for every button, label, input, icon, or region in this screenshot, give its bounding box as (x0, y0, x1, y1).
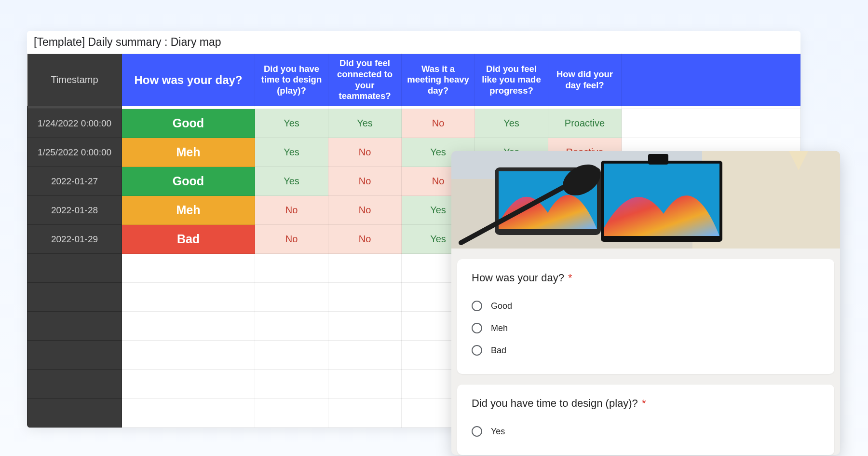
header-meeting: Was it a meeting heavy day? (402, 54, 475, 106)
radio-label: Yes (491, 427, 505, 437)
cell-day-mood[interactable]: Good (122, 109, 255, 138)
header-blank (622, 54, 800, 106)
cell-blank[interactable] (328, 399, 402, 428)
radio-option-bad[interactable]: Bad (472, 339, 820, 361)
cell-blank[interactable] (328, 341, 402, 370)
cell-blank[interactable] (27, 254, 122, 283)
required-asterisk: * (568, 272, 572, 284)
cell-blank[interactable] (328, 312, 402, 341)
cell-design[interactable]: No (255, 196, 328, 225)
cell-blank[interactable] (328, 254, 402, 283)
cell-blank[interactable] (255, 283, 328, 312)
cell-blank[interactable] (328, 370, 402, 399)
question-card-design: Did you have time to design (play)? * Ye… (457, 385, 834, 455)
cell-day-mood[interactable]: Meh (122, 196, 255, 225)
cell-progress[interactable]: Yes (475, 109, 548, 138)
radio-option-good[interactable]: Good (472, 295, 820, 317)
cell-blank[interactable] (27, 399, 122, 428)
question-card-day: How was your day? * Good Meh Bad (457, 259, 834, 374)
cell-timestamp[interactable]: 2022-01-29 (27, 225, 122, 254)
cell-connected[interactable]: No (328, 138, 402, 167)
svg-rect-8 (648, 154, 668, 165)
question-title-text: How was your day? (472, 272, 564, 284)
cell-day-mood[interactable]: Bad (122, 225, 255, 254)
cell-blank[interactable] (122, 399, 255, 428)
cell-blank[interactable] (122, 254, 255, 283)
radio-icon (472, 426, 482, 437)
sheet-title: [Template] Daily summary : Diary map (27, 31, 800, 54)
cell-connected[interactable]: No (328, 225, 402, 254)
question-title-text: Did you have time to design (play)? (472, 397, 638, 409)
cell-timestamp[interactable]: 2022-01-27 (27, 167, 122, 196)
header-design: Did you have time to design (play)? (255, 54, 328, 106)
cell-day-mood[interactable]: Meh (122, 138, 255, 167)
cell-design[interactable]: Yes (255, 138, 328, 167)
radio-option-meh[interactable]: Meh (472, 317, 820, 339)
cell-blank[interactable] (27, 312, 122, 341)
cell-design[interactable]: Yes (255, 109, 328, 138)
cell-blank[interactable] (255, 341, 328, 370)
header-feel: How did your day feel? (548, 54, 622, 106)
radio-icon (472, 301, 482, 311)
cell-blank[interactable] (122, 370, 255, 399)
radio-icon (472, 323, 482, 333)
cell-design[interactable]: No (255, 225, 328, 254)
cell-timestamp[interactable]: 1/25/2022 0:00:00 (27, 138, 122, 167)
question-title: Did you have time to design (play)? * (472, 397, 820, 410)
cell-timestamp[interactable]: 1/24/2022 0:00:00 (27, 109, 122, 138)
cell-blank[interactable] (622, 109, 800, 138)
cell-blank[interactable] (27, 283, 122, 312)
cell-blank[interactable] (122, 312, 255, 341)
cell-meeting[interactable]: No (402, 109, 475, 138)
cell-connected[interactable]: Yes (328, 109, 402, 138)
cell-blank[interactable] (122, 341, 255, 370)
radio-label: Meh (491, 323, 508, 333)
question-title: How was your day? * (472, 272, 820, 284)
cell-timestamp[interactable]: 2022-01-28 (27, 196, 122, 225)
cell-blank[interactable] (255, 399, 328, 428)
cell-connected[interactable]: No (328, 196, 402, 225)
radio-icon (472, 345, 482, 356)
required-asterisk: * (642, 397, 646, 409)
header-timestamp: Timestamp (27, 54, 122, 106)
cell-day-mood[interactable]: Good (122, 167, 255, 196)
cell-blank[interactable] (255, 370, 328, 399)
cell-design[interactable]: Yes (255, 167, 328, 196)
table-row: 1/24/2022 0:00:00GoodYesYesNoYesProactiv… (27, 109, 800, 138)
cell-blank[interactable] (255, 312, 328, 341)
radio-label: Good (491, 301, 512, 311)
cell-blank[interactable] (255, 254, 328, 283)
form-panel: How was your day? * Good Meh Bad Did you… (451, 151, 840, 455)
cell-blank[interactable] (122, 283, 255, 312)
cell-blank[interactable] (27, 341, 122, 370)
cell-blank[interactable] (328, 283, 402, 312)
header-day: How was your day? (122, 54, 255, 106)
cell-connected[interactable]: No (328, 167, 402, 196)
cell-blank[interactable] (27, 370, 122, 399)
form-hero-image (451, 151, 840, 249)
radio-option-yes[interactable]: Yes (472, 420, 820, 442)
header-progress: Did you feel like you made progress? (475, 54, 548, 106)
radio-label: Bad (491, 345, 506, 356)
cell-feel[interactable]: Proactive (548, 109, 622, 138)
table-header-row: Timestamp How was your day? Did you have… (27, 54, 800, 106)
header-connected: Did you feel connected to your teammates… (328, 54, 402, 106)
